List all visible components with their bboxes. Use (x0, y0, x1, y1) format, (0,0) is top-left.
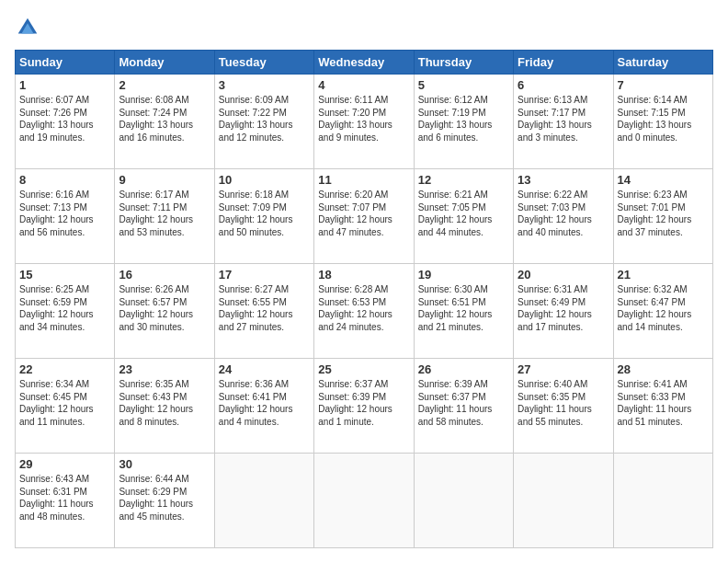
day-number: 18 (318, 268, 409, 282)
day-number: 29 (19, 457, 110, 471)
day-number: 11 (318, 173, 409, 187)
cell-info: Sunrise: 6:26 AMSunset: 6:57 PMDaylight:… (119, 283, 210, 333)
calendar-cell: 19Sunrise: 6:30 AMSunset: 6:51 PMDayligh… (414, 264, 513, 359)
calendar-cell: 3Sunrise: 6:09 AMSunset: 7:22 PMDaylight… (214, 75, 313, 169)
calendar-cell: 1Sunrise: 6:07 AMSunset: 7:26 PMDaylight… (16, 75, 115, 169)
calendar-cell: 25Sunrise: 6:37 AMSunset: 6:39 PMDayligh… (314, 359, 414, 454)
cell-info: Sunrise: 6:40 AMSunset: 6:35 PMDaylight:… (518, 378, 609, 428)
weekday-header-tuesday: Tuesday (214, 51, 313, 75)
cell-info: Sunrise: 6:44 AMSunset: 6:29 PMDaylight:… (119, 473, 210, 523)
cell-info: Sunrise: 6:13 AMSunset: 7:17 PMDaylight:… (518, 94, 609, 144)
cell-info: Sunrise: 6:28 AMSunset: 6:53 PMDaylight:… (318, 283, 409, 333)
header (15, 15, 713, 40)
cell-info: Sunrise: 6:20 AMSunset: 7:07 PMDaylight:… (318, 189, 409, 238)
cell-info: Sunrise: 6:32 AMSunset: 6:47 PMDaylight:… (618, 283, 709, 333)
day-number: 5 (418, 78, 509, 92)
cell-info: Sunrise: 6:36 AMSunset: 6:41 PMDaylight:… (219, 378, 310, 428)
weekday-header-friday: Friday (514, 51, 613, 75)
calendar-cell: 4Sunrise: 6:11 AMSunset: 7:20 PMDaylight… (314, 75, 414, 169)
cell-info: Sunrise: 6:22 AMSunset: 7:03 PMDaylight:… (518, 189, 609, 238)
day-number: 27 (518, 362, 609, 376)
cell-info: Sunrise: 6:25 AMSunset: 6:59 PMDaylight:… (19, 283, 110, 333)
calendar-week-4: 22Sunrise: 6:34 AMSunset: 6:45 PMDayligh… (16, 359, 713, 454)
calendar-cell: 28Sunrise: 6:41 AMSunset: 6:33 PMDayligh… (613, 359, 712, 454)
day-number: 14 (618, 173, 709, 187)
calendar-cell: 14Sunrise: 6:23 AMSunset: 7:01 PMDayligh… (613, 169, 712, 264)
calendar-cell: 12Sunrise: 6:21 AMSunset: 7:05 PMDayligh… (414, 169, 513, 264)
day-number: 20 (518, 268, 609, 282)
calendar-week-3: 15Sunrise: 6:25 AMSunset: 6:59 PMDayligh… (16, 264, 713, 359)
calendar-cell: 10Sunrise: 6:18 AMSunset: 7:09 PMDayligh… (214, 169, 313, 264)
calendar-cell: 9Sunrise: 6:17 AMSunset: 7:11 PMDaylight… (115, 169, 214, 264)
weekday-header-monday: Monday (115, 51, 214, 75)
cell-info: Sunrise: 6:30 AMSunset: 6:51 PMDaylight:… (418, 283, 509, 333)
calendar-cell: 29Sunrise: 6:43 AMSunset: 6:31 PMDayligh… (16, 454, 115, 548)
day-number: 15 (19, 268, 110, 282)
day-number: 3 (219, 78, 310, 92)
day-number: 4 (318, 78, 409, 92)
day-number: 26 (418, 362, 509, 376)
cell-info: Sunrise: 6:43 AMSunset: 6:31 PMDaylight:… (19, 473, 110, 523)
calendar-cell: 26Sunrise: 6:39 AMSunset: 6:37 PMDayligh… (414, 359, 513, 454)
day-number: 24 (219, 362, 310, 376)
calendar-cell (414, 454, 513, 548)
cell-info: Sunrise: 6:23 AMSunset: 7:01 PMDaylight:… (618, 189, 709, 238)
cell-info: Sunrise: 6:09 AMSunset: 7:22 PMDaylight:… (219, 94, 310, 144)
day-number: 9 (119, 173, 210, 187)
cell-info: Sunrise: 6:11 AMSunset: 7:20 PMDaylight:… (318, 94, 409, 144)
day-number: 6 (518, 78, 609, 92)
cell-info: Sunrise: 6:37 AMSunset: 6:39 PMDaylight:… (318, 378, 409, 428)
calendar-cell: 27Sunrise: 6:40 AMSunset: 6:35 PMDayligh… (514, 359, 613, 454)
cell-info: Sunrise: 6:16 AMSunset: 7:13 PMDaylight:… (19, 189, 110, 238)
day-number: 19 (418, 268, 509, 282)
cell-info: Sunrise: 6:35 AMSunset: 6:43 PMDaylight:… (119, 378, 210, 428)
calendar-cell: 2Sunrise: 6:08 AMSunset: 7:24 PMDaylight… (115, 75, 214, 169)
weekday-header-wednesday: Wednesday (314, 51, 414, 75)
page: SundayMondayTuesdayWednesdayThursdayFrid… (0, 0, 728, 563)
calendar-cell: 21Sunrise: 6:32 AMSunset: 6:47 PMDayligh… (613, 264, 712, 359)
calendar-cell (314, 454, 414, 548)
calendar-cell: 22Sunrise: 6:34 AMSunset: 6:45 PMDayligh… (16, 359, 115, 454)
day-number: 12 (418, 173, 509, 187)
day-number: 10 (219, 173, 310, 187)
day-number: 7 (618, 78, 709, 92)
day-number: 25 (318, 362, 409, 376)
cell-info: Sunrise: 6:14 AMSunset: 7:15 PMDaylight:… (618, 94, 709, 144)
day-number: 16 (119, 268, 210, 282)
day-number: 2 (119, 78, 210, 92)
calendar-cell: 23Sunrise: 6:35 AMSunset: 6:43 PMDayligh… (115, 359, 214, 454)
day-number: 1 (19, 78, 110, 92)
calendar-cell: 11Sunrise: 6:20 AMSunset: 7:07 PMDayligh… (314, 169, 414, 264)
weekday-header-row: SundayMondayTuesdayWednesdayThursdayFrid… (16, 51, 713, 75)
calendar-week-1: 1Sunrise: 6:07 AMSunset: 7:26 PMDaylight… (16, 75, 713, 169)
calendar-week-2: 8Sunrise: 6:16 AMSunset: 7:13 PMDaylight… (16, 169, 713, 264)
weekday-header-saturday: Saturday (613, 51, 712, 75)
calendar-cell: 20Sunrise: 6:31 AMSunset: 6:49 PMDayligh… (514, 264, 613, 359)
cell-info: Sunrise: 6:18 AMSunset: 7:09 PMDaylight:… (219, 189, 310, 238)
day-number: 30 (119, 457, 210, 471)
calendar-cell (514, 454, 613, 548)
cell-info: Sunrise: 6:31 AMSunset: 6:49 PMDaylight:… (518, 283, 609, 333)
cell-info: Sunrise: 6:17 AMSunset: 7:11 PMDaylight:… (119, 189, 210, 238)
day-number: 8 (19, 173, 110, 187)
day-number: 28 (618, 362, 709, 376)
day-number: 17 (219, 268, 310, 282)
cell-info: Sunrise: 6:12 AMSunset: 7:19 PMDaylight:… (418, 94, 509, 144)
calendar-cell: 6Sunrise: 6:13 AMSunset: 7:17 PMDaylight… (514, 75, 613, 169)
weekday-header-thursday: Thursday (414, 51, 513, 75)
day-number: 22 (19, 362, 110, 376)
calendar-cell: 16Sunrise: 6:26 AMSunset: 6:57 PMDayligh… (115, 264, 214, 359)
calendar-cell: 7Sunrise: 6:14 AMSunset: 7:15 PMDaylight… (613, 75, 712, 169)
calendar-cell (214, 454, 313, 548)
weekday-header-sunday: Sunday (16, 51, 115, 75)
calendar-cell: 15Sunrise: 6:25 AMSunset: 6:59 PMDayligh… (16, 264, 115, 359)
logo-icon (15, 15, 40, 40)
calendar-cell: 18Sunrise: 6:28 AMSunset: 6:53 PMDayligh… (314, 264, 414, 359)
calendar-cell: 24Sunrise: 6:36 AMSunset: 6:41 PMDayligh… (214, 359, 313, 454)
calendar-cell: 30Sunrise: 6:44 AMSunset: 6:29 PMDayligh… (115, 454, 214, 548)
calendar-cell: 5Sunrise: 6:12 AMSunset: 7:19 PMDaylight… (414, 75, 513, 169)
cell-info: Sunrise: 6:34 AMSunset: 6:45 PMDaylight:… (19, 378, 110, 428)
cell-info: Sunrise: 6:07 AMSunset: 7:26 PMDaylight:… (19, 94, 110, 144)
cell-info: Sunrise: 6:27 AMSunset: 6:55 PMDaylight:… (219, 283, 310, 333)
calendar-table: SundayMondayTuesdayWednesdayThursdayFrid… (15, 50, 713, 548)
